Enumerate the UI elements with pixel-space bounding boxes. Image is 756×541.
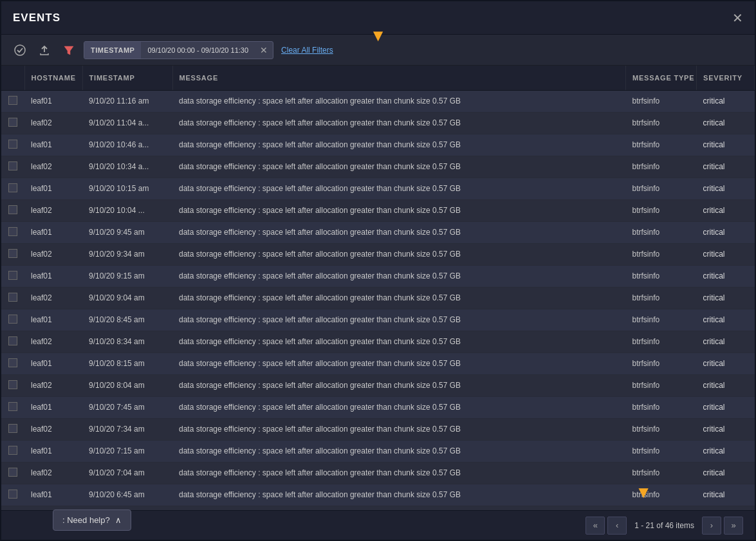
row-checkbox[interactable] — [1, 462, 24, 484]
row-msgtype: btrfsinfo — [626, 199, 697, 221]
row-severity: critical — [697, 506, 755, 510]
row-checkbox[interactable] — [1, 243, 24, 265]
row-checkbox[interactable] — [1, 374, 24, 396]
first-page-button[interactable]: « — [585, 517, 605, 535]
row-message: data storage efficiency : space left aft… — [172, 353, 626, 374]
col-header-msgtype[interactable]: MESSAGE TYPE — [626, 66, 697, 90]
row-msgtype: btrfsinfo — [626, 353, 697, 374]
row-severity: critical — [697, 221, 755, 243]
row-checkbox[interactable] — [1, 287, 24, 309]
row-message: data storage efficiency : space left aft… — [172, 221, 626, 243]
row-severity: critical — [697, 156, 755, 178]
row-timestamp: 9/10/20 11:16 am — [82, 90, 172, 112]
filter-button[interactable] — [59, 42, 78, 59]
row-timestamp: 9/10/20 7:04 am — [82, 462, 172, 484]
row-checkbox[interactable] — [1, 178, 24, 199]
clear-all-filters-button[interactable]: Clear All Filters — [279, 46, 336, 55]
row-severity: critical — [697, 374, 755, 396]
table-row[interactable]: leaf01 9/10/20 10:15 am data storage eff… — [1, 178, 755, 199]
row-checkbox[interactable] — [1, 309, 24, 331]
row-msgtype: btrfsinfo — [626, 309, 697, 331]
table-row[interactable]: leaf01 9/10/20 11:16 am data storage eff… — [1, 90, 755, 112]
col-header-checkbox — [1, 66, 24, 90]
table-row[interactable]: leaf02 9/10/20 9:04 am data storage effi… — [1, 287, 755, 309]
row-msgtype: btrfsinfo — [626, 484, 697, 506]
row-severity: critical — [697, 309, 755, 331]
row-checkbox[interactable] — [1, 484, 24, 506]
row-checkbox[interactable] — [1, 265, 24, 287]
table-row[interactable]: leaf01 9/10/20 6:45 am data storage effi… — [1, 484, 755, 506]
filter-tag-label: TIMESTAMP — [84, 42, 141, 59]
row-message: data storage efficiency : space left aft… — [172, 331, 626, 353]
row-severity: critical — [697, 90, 755, 112]
table-row[interactable]: leaf01 9/10/20 8:15 am data storage effi… — [1, 353, 755, 374]
filter-tag-close-button[interactable]: ✕ — [255, 45, 273, 55]
row-checkbox[interactable] — [1, 134, 24, 156]
table-row[interactable]: leaf01 9/10/20 8:45 am data storage effi… — [1, 309, 755, 331]
close-button[interactable]: ✕ — [732, 12, 743, 24]
col-header-severity[interactable]: SEVERITY — [697, 66, 755, 90]
row-checkbox[interactable] — [1, 396, 24, 418]
row-checkbox[interactable] — [1, 506, 24, 510]
table-row[interactable]: leaf01 9/10/20 10:46 a... data storage e… — [1, 134, 755, 156]
row-message: data storage efficiency : space left aft… — [172, 287, 626, 309]
row-hostname: leaf01 — [24, 134, 82, 156]
col-header-hostname[interactable]: HOSTNAME — [24, 66, 82, 90]
row-timestamp: 9/10/20 10:04 ... — [82, 199, 172, 221]
col-header-message[interactable]: MESSAGE — [172, 66, 626, 90]
row-message: data storage efficiency : space left aft… — [172, 199, 626, 221]
row-message: data storage efficiency : space left aft… — [172, 243, 626, 265]
table-row[interactable]: leaf02 9/10/20 10:04 ... data storage ef… — [1, 199, 755, 221]
row-hostname: leaf01 — [24, 178, 82, 199]
row-checkbox[interactable] — [1, 90, 24, 112]
page-info: 1 - 21 of 46 items — [634, 521, 694, 530]
timestamp-filter-tag: TIMESTAMP 09/10/20 00:00 - 09/10/20 11:3… — [84, 41, 273, 59]
row-message: data storage efficiency : space left aft… — [172, 440, 626, 462]
row-checkbox[interactable] — [1, 440, 24, 462]
upload-button[interactable] — [35, 42, 54, 59]
row-msgtype: btrfsinfo — [626, 243, 697, 265]
row-message: data storage efficiency : space left aft… — [172, 396, 626, 418]
row-msgtype: btrfsinfo — [626, 90, 697, 112]
table-row[interactable]: leaf02 9/10/20 11:04 a... data storage e… — [1, 112, 755, 134]
row-severity: critical — [697, 178, 755, 199]
row-timestamp: 9/10/20 9:04 am — [82, 287, 172, 309]
row-hostname: leaf02 — [24, 374, 82, 396]
row-hostname: leaf01 — [24, 396, 82, 418]
table-row[interactable]: leaf02 9/10/20 9:34 am data storage effi… — [1, 243, 755, 265]
table-row[interactable]: leaf01 9/10/20 9:45 am data storage effi… — [1, 221, 755, 243]
prev-page-button[interactable]: ‹ — [607, 517, 627, 535]
row-timestamp: 9/10/20 7:34 am — [82, 418, 172, 440]
row-checkbox[interactable] — [1, 221, 24, 243]
row-hostname: leaf02 — [24, 331, 82, 353]
table-row[interactable]: leaf01 9/10/20 9:15 am data storage effi… — [1, 265, 755, 287]
col-header-timestamp[interactable]: TIMESTAMP — [82, 66, 172, 90]
row-msgtype: btrfsinfo — [626, 506, 697, 510]
checkmark-button[interactable] — [10, 42, 30, 59]
table-container: HOSTNAME TIMESTAMP MESSAGE MESSAGE TYPE … — [1, 66, 755, 510]
help-button[interactable]: : Need help? ∧ — [53, 509, 131, 531]
last-page-button[interactable]: » — [724, 517, 743, 535]
table-row[interactable]: leaf02 9/10/20 10:34 a... data storage e… — [1, 156, 755, 178]
table-row[interactable]: leaf02 9/10/20 7:04 am data storage effi… — [1, 462, 755, 484]
row-timestamp: 9/10/20 10:34 a... — [82, 156, 172, 178]
row-checkbox[interactable] — [1, 331, 24, 353]
row-msgtype: btrfsinfo — [626, 178, 697, 199]
table-row[interactable]: leaf02 9/10/20 7:34 am data storage effi… — [1, 418, 755, 440]
row-hostname: leaf02 — [24, 112, 82, 134]
row-checkbox[interactable] — [1, 353, 24, 374]
row-msgtype: btrfsinfo — [626, 221, 697, 243]
table-row[interactable]: leaf02 9/10/20 8:04 am data storage effi… — [1, 374, 755, 396]
next-page-button[interactable]: › — [702, 517, 721, 535]
table-row[interactable]: leaf01 9/10/20 7:45 am data storage effi… — [1, 396, 755, 418]
row-msgtype: btrfsinfo — [626, 265, 697, 287]
row-checkbox[interactable] — [1, 112, 24, 134]
row-checkbox[interactable] — [1, 156, 24, 178]
row-severity: critical — [697, 440, 755, 462]
table-header-row: HOSTNAME TIMESTAMP MESSAGE MESSAGE TYPE … — [1, 66, 755, 90]
row-msgtype: btrfsinfo — [626, 134, 697, 156]
table-row[interactable]: leaf02 9/10/20 8:34 am data storage effi… — [1, 331, 755, 353]
row-checkbox[interactable] — [1, 199, 24, 221]
table-row[interactable]: leaf01 9/10/20 7:15 am data storage effi… — [1, 440, 755, 462]
row-checkbox[interactable] — [1, 418, 24, 440]
